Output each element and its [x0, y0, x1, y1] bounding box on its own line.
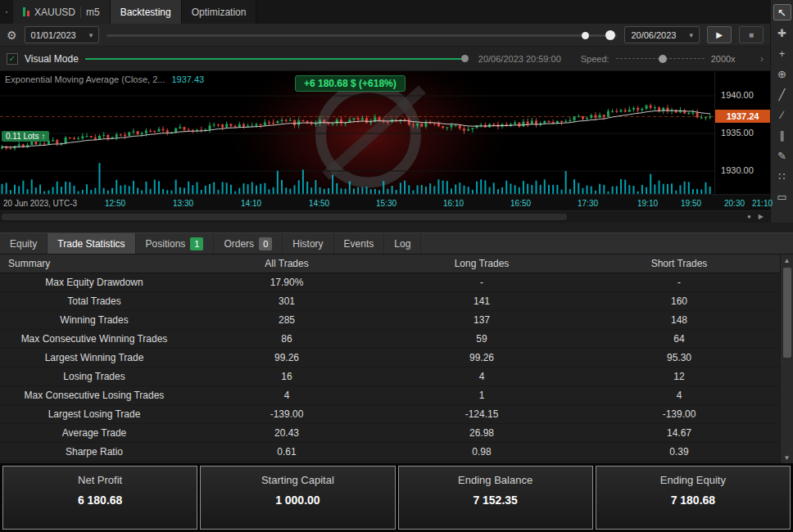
- card-value: 1 000.00: [201, 494, 394, 507]
- candles-icon: [23, 7, 29, 16]
- time-axis-label: 16:10: [443, 199, 464, 208]
- slider-handle-secondary[interactable]: [582, 32, 589, 39]
- drawing-tools-panel: ↖✚+⊕╱∕∥✎∷▭: [770, 0, 793, 223]
- column-header-all-trades: All Trades: [188, 258, 385, 269]
- price-chart[interactable]: 1937.24 1940.001935.001930.00 Exponentia…: [0, 71, 770, 194]
- visual-mode-checkbox[interactable]: ✓: [7, 53, 18, 65]
- pattern-tool-icon[interactable]: ∷: [773, 168, 791, 184]
- profit-badge: +6 180.68 $ (+618%): [295, 75, 406, 92]
- chart-section: ▪ XAUUSD m5 Backtesting Optimization ⚙ 0…: [0, 0, 793, 223]
- channel-tool-icon[interactable]: ∥: [773, 127, 791, 143]
- cell-value: 64: [578, 333, 780, 345]
- row-label: Total Trades: [0, 295, 188, 307]
- chart-scrollbar[interactable]: ● ▶: [0, 210, 770, 223]
- cell-value: -124.15: [385, 408, 578, 420]
- row-label: Max Equity Drawdown: [0, 277, 188, 288]
- tab-label: Log: [394, 238, 410, 250]
- cell-value: 17.90%: [188, 277, 385, 288]
- tab-equity[interactable]: Equity: [0, 233, 48, 254]
- indicator-legend[interactable]: Exponential Moving Average (Close, 2...1…: [5, 74, 204, 84]
- cell-value: 4: [188, 390, 385, 401]
- play-button[interactable]: ▶: [707, 26, 732, 43]
- row-label: Largest Losing Trade: [0, 408, 188, 420]
- cell-value: 4: [385, 371, 578, 382]
- row-label: Winning Trades: [0, 314, 188, 326]
- tab-label: Positions: [146, 238, 186, 250]
- timeline-range-slider[interactable]: [106, 27, 617, 43]
- crosshair-tool-icon[interactable]: +: [773, 45, 791, 61]
- scroll-down-icon[interactable]: ▼: [781, 452, 793, 463]
- price-axis-label: 1930.00: [721, 165, 754, 175]
- end-date-picker[interactable]: 20/06/2023 ▾: [624, 26, 700, 43]
- app-menu-icon[interactable]: ▪: [0, 0, 13, 24]
- chart-scroll-thumb[interactable]: [2, 214, 567, 220]
- slider-handle-primary[interactable]: [605, 30, 615, 40]
- move-tool-icon[interactable]: ✚: [773, 25, 791, 41]
- cell-value: 16: [188, 371, 385, 382]
- time-axis-label: 17:30: [578, 199, 598, 208]
- card-value: 7 152.35: [399, 494, 592, 507]
- tab-backtesting[interactable]: Backtesting: [111, 0, 182, 24]
- settings-gear-icon[interactable]: ⚙: [7, 29, 17, 42]
- summary-card-ending-equity: Ending Equity7 180.68: [596, 466, 791, 530]
- chevron-down-icon: ▾: [689, 31, 693, 39]
- backtest-toolbar: ⚙ 01/01/2023 ▾ 20/06/2023 ▾ ▶ ■: [0, 24, 770, 47]
- cell-value: 301: [188, 295, 385, 307]
- cell-value: -: [385, 277, 578, 288]
- chevron-right-icon[interactable]: ›: [760, 52, 764, 65]
- scroll-to-end-icon[interactable]: ▶: [759, 213, 764, 220]
- row-label: Max Consecutive Winning Trades: [0, 333, 188, 345]
- tab-orders[interactable]: Orders0: [214, 233, 283, 254]
- table-row: Largest Winning Trade99.2699.2695.30: [0, 349, 780, 367]
- table-scroll-thumb[interactable]: [783, 268, 791, 358]
- tab-events[interactable]: Events: [334, 233, 385, 254]
- table-row: Sharpe Ratio0.610.980.39: [0, 443, 780, 462]
- cell-value: 14.67: [578, 427, 780, 439]
- position-lots-badge[interactable]: 0.11 Lots ↑: [2, 131, 49, 142]
- time-axis-label: 14:10: [241, 199, 261, 208]
- speed-handle[interactable]: [659, 55, 667, 63]
- trendline-tool-icon[interactable]: ╱: [773, 86, 791, 102]
- scroll-up-icon[interactable]: ▲: [781, 255, 793, 266]
- count-badge: 0: [259, 237, 272, 250]
- cell-value: 137: [385, 314, 578, 326]
- tab-instrument[interactable]: XAUUSD m5: [13, 0, 111, 24]
- playhead-handle[interactable]: [461, 55, 469, 62]
- summary-cards: Net Profit6 180.68Starting Capital1 000.…: [0, 463, 793, 532]
- end-date-value: 20/06/2023: [631, 30, 676, 40]
- price-axis-label: 1935.00: [721, 128, 754, 138]
- tab-trade-statistics[interactable]: Trade Statistics: [48, 233, 135, 254]
- card-title: Starting Capital: [201, 474, 394, 486]
- summary-card-net-profit: Net Profit6 180.68: [2, 466, 197, 530]
- tab-optimization[interactable]: Optimization: [182, 0, 257, 24]
- cell-value: 12: [578, 371, 780, 382]
- price-axis[interactable]: 1937.24 1940.001935.001930.00: [714, 71, 770, 194]
- top-tab-bar: ▪ XAUUSD m5 Backtesting Optimization: [0, 0, 770, 24]
- cell-value: 0.39: [578, 446, 780, 458]
- tab-positions[interactable]: Positions1: [136, 233, 215, 254]
- start-date-picker[interactable]: 01/01/2023 ▾: [25, 26, 100, 43]
- row-label: Sharpe Ratio: [0, 446, 188, 458]
- stop-button[interactable]: ■: [739, 26, 764, 43]
- target-tool-icon[interactable]: ⊕: [773, 65, 791, 82]
- tab-log[interactable]: Log: [384, 233, 421, 254]
- time-axis-label: 19:50: [681, 199, 701, 208]
- indicator-name: Exponential Moving Average (Close, 2...: [5, 74, 165, 84]
- cursor-tool-icon[interactable]: ↖: [773, 4, 791, 20]
- table-scrollbar[interactable]: ▲ ▼: [780, 255, 793, 463]
- brush-tool-icon[interactable]: ✎: [773, 147, 791, 164]
- table-header: SummaryAll TradesLong TradesShort Trades: [0, 255, 780, 273]
- table-row: Winning Trades285137148: [0, 311, 780, 330]
- tab-history[interactable]: History: [283, 233, 333, 254]
- column-header-long-trades: Long Trades: [385, 258, 578, 269]
- speed-slider[interactable]: [616, 54, 705, 64]
- scroll-dot-icon[interactable]: ●: [747, 213, 751, 220]
- playback-progress[interactable]: [85, 55, 472, 63]
- cell-value: 148: [578, 314, 780, 326]
- time-axis[interactable]: 20 Jun 2023, UTC-312:5013:3014:1014:5015…: [0, 194, 770, 210]
- backtesting-window: ▪ XAUUSD m5 Backtesting Optimization ⚙ 0…: [0, 0, 793, 532]
- textbox-tool-icon[interactable]: ▭: [773, 188, 791, 205]
- ray-tool-icon[interactable]: ∕: [773, 106, 791, 123]
- results-tab-bar: EquityTrade StatisticsPositions1Orders0H…: [0, 232, 793, 255]
- row-label: Average Trade: [0, 427, 188, 439]
